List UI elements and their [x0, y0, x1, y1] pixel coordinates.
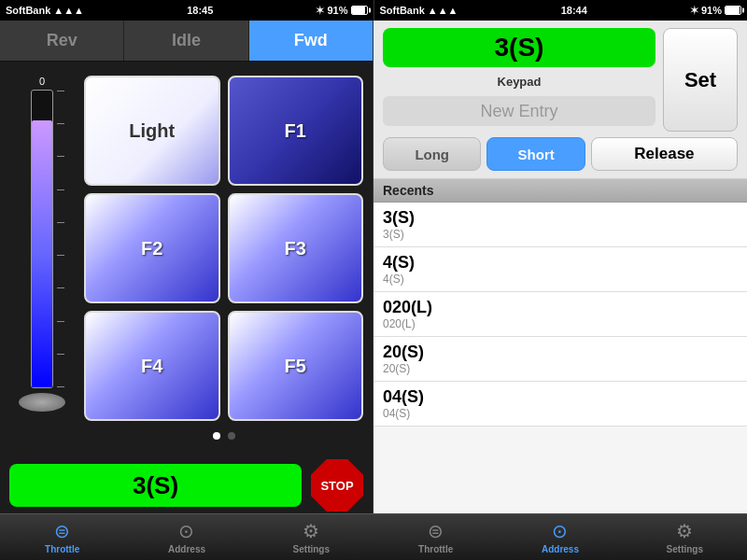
carrier-left: SoftBank — [6, 5, 50, 16]
settings-icon-right: ⚙ — [676, 520, 693, 542]
tab-address-right[interactable]: ⊙ Address — [498, 514, 622, 560]
dot-1 — [213, 432, 220, 440]
status-left-info: SoftBank ▲▲▲ — [6, 5, 84, 16]
address-icon-left: ⊙ — [178, 520, 194, 542]
address-icon-right: ⊙ — [552, 520, 568, 542]
tab-throttle-right[interactable]: ⊜ Throttle — [374, 514, 498, 560]
battery-icon-right — [725, 6, 741, 15]
recents-container: Recents 3(S) 3(S) 4(S) 4(S) 020(L) 020(L… — [374, 179, 747, 513]
gauge-tick — [57, 354, 64, 355]
battery-icon-left — [351, 6, 368, 15]
func-row-2: F2 F3 — [84, 193, 363, 303]
status-bars: SoftBank ▲▲▲ 18:45 ✶ 91% SoftBank ▲▲▲ 18… — [0, 0, 747, 21]
keypad-actions: Long Short Release — [383, 137, 738, 171]
func-f2-button[interactable]: F2 — [84, 193, 220, 303]
dir-fwd-button[interactable]: Fwd — [249, 21, 373, 61]
new-entry-field[interactable]: New Entry — [383, 96, 655, 126]
throttle-area: 0 — [0, 62, 373, 457]
keypad-top-row: 3(S) Keypad New Entry Set — [383, 28, 738, 132]
time-left: 18:45 — [187, 5, 213, 16]
tab-bar: ⊜ Throttle ⊙ Address ⚙ Settings ⊜ Thrott… — [0, 513, 747, 560]
gauge-container: 0 — [9, 71, 75, 448]
status-right-info-right: ✶ 91% — [690, 5, 741, 17]
battery-text-left: 91% — [327, 5, 347, 16]
status-right-info-left: ✶ 91% — [316, 5, 367, 17]
gauge-tick — [57, 91, 64, 91]
gauge-tick — [57, 321, 64, 322]
keypad-display: 3(S) — [383, 28, 655, 67]
short-button[interactable]: Short — [486, 137, 585, 171]
gauge-tick — [57, 287, 64, 288]
func-f5-button[interactable]: F5 — [228, 311, 364, 421]
status-bar-right: SoftBank ▲▲▲ 18:44 ✶ 91% — [374, 0, 748, 21]
gauge-ticks — [57, 91, 64, 387]
recent-item[interactable]: 3(S) 3(S) — [374, 203, 747, 247]
func-f4-button[interactable]: F4 — [84, 311, 220, 421]
battery-text-right: 91% — [701, 5, 722, 16]
tab-settings-left[interactable]: ⚙ Settings — [249, 514, 374, 560]
main-content: Rev Idle Fwd 0 — [0, 21, 747, 513]
direction-bar: Rev Idle Fwd — [0, 21, 373, 62]
keypad-label: Keypad — [383, 75, 655, 89]
recent-item[interactable]: 20(S) 20(S) — [374, 337, 747, 382]
gauge-zero-label: 0 — [39, 76, 45, 87]
gauge-tick — [57, 123, 64, 124]
set-button[interactable]: Set — [663, 28, 738, 132]
dir-idle-button[interactable]: Idle — [124, 21, 248, 61]
gauge-tick — [57, 156, 64, 157]
dot-2 — [228, 432, 235, 440]
bluetooth-left: ✶ — [316, 5, 324, 17]
settings-icon-left: ⚙ — [303, 520, 319, 542]
tab-settings-right[interactable]: ⚙ Settings — [623, 514, 747, 560]
func-row-1: Light F1 — [84, 76, 363, 186]
recent-item[interactable]: 020(L) 020(L) — [374, 292, 747, 337]
throttle-icon-right: ⊜ — [428, 520, 444, 542]
gauge-tick — [57, 189, 64, 190]
long-button[interactable]: Long — [383, 137, 481, 171]
recents-header: Recents — [374, 179, 747, 203]
status-left-info-right: SoftBank ▲▲▲ — [380, 5, 458, 16]
left-panel: Rev Idle Fwd 0 — [0, 21, 374, 513]
gauge-knob — [19, 393, 65, 412]
throttle-icon-left: ⊜ — [54, 520, 70, 542]
stop-octagon: STOP — [311, 459, 363, 511]
gauge-tick — [57, 255, 64, 256]
bottom-action-bar: 3(S) STOP — [0, 457, 373, 513]
stop-button[interactable]: STOP — [311, 459, 363, 511]
func-row-3: F4 F5 — [84, 311, 363, 421]
recent-item[interactable]: 04(S) 04(S) — [374, 382, 747, 427]
right-panel: 3(S) Keypad New Entry Set Long Short Rel… — [374, 21, 747, 513]
gauge-track[interactable] — [31, 90, 53, 388]
gauge-tick — [57, 386, 64, 387]
tab-throttle-left[interactable]: ⊜ Throttle — [0, 514, 124, 560]
recent-item[interactable]: 4(S) 4(S) — [374, 247, 747, 292]
tab-address-left[interactable]: ⊙ Address — [124, 514, 248, 560]
dir-rev-button[interactable]: Rev — [0, 21, 124, 61]
signal-left: ▲▲▲ — [53, 5, 84, 16]
time-right: 18:44 — [561, 5, 587, 16]
func-grid: Light F1 F2 F3 F4 — [84, 71, 363, 448]
bluetooth-right: ✶ — [690, 5, 698, 17]
func-f1-button[interactable]: F1 — [228, 76, 364, 186]
current-command-display: 3(S) — [9, 464, 302, 507]
signal-right: ▲▲▲ — [428, 5, 458, 16]
gauge-tick — [57, 222, 64, 223]
func-light-button[interactable]: Light — [84, 76, 220, 186]
status-bar-left: SoftBank ▲▲▲ 18:45 ✶ 91% — [0, 0, 374, 21]
keypad-area: 3(S) Keypad New Entry Set Long Short Rel… — [374, 21, 747, 179]
gauge-fill — [32, 120, 52, 387]
carrier-right: SoftBank — [380, 5, 425, 16]
release-button[interactable]: Release — [591, 137, 738, 171]
dots-indicator — [84, 428, 363, 443]
func-f3-button[interactable]: F3 — [228, 193, 364, 303]
